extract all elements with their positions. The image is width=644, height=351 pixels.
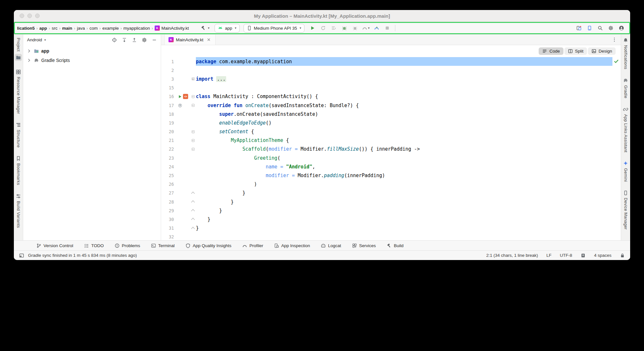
- tool-button-notifications[interactable]: Notifications: [623, 38, 628, 69]
- breadcrumb-item-java[interactable]: java: [77, 26, 85, 31]
- more-options-icon[interactable]: [612, 37, 617, 42]
- code-line-16[interactable]: 16<>class MainActivity : ComponentActivi…: [161, 92, 612, 101]
- tool-button-logcat[interactable]: Logcat: [321, 243, 341, 248]
- breadcrumb-item-src[interactable]: src: [52, 26, 57, 31]
- panel-settings-button[interactable]: [142, 37, 147, 43]
- run-config-select[interactable]: app ▾: [215, 24, 240, 33]
- code-line-29[interactable]: 29 }: [161, 206, 612, 215]
- breadcrumb-item-main[interactable]: main: [62, 26, 72, 31]
- code-line-15[interactable]: 15: [161, 84, 612, 92]
- fold-end-marker[interactable]: [191, 209, 195, 213]
- breadcrumb-item-example[interactable]: example: [102, 26, 119, 31]
- caret-position-widget[interactable]: 2:1 (34 chars, 1 line break): [486, 253, 538, 258]
- overrides-icon[interactable]: [178, 103, 182, 108]
- code-editor[interactable]: CodeSplitDesign 1package com.example.mya…: [161, 45, 621, 240]
- tool-window-layout-icon[interactable]: [19, 253, 24, 258]
- breadcrumb-item-mainactivity-kt[interactable]: MainActivity.kt: [161, 26, 189, 31]
- fold-start-marker[interactable]: [192, 148, 195, 151]
- code-line-17[interactable]: 17 override fun onCreate(savedInstanceSt…: [161, 101, 612, 110]
- collapse-all-button[interactable]: [132, 37, 137, 43]
- device-manager-button[interactable]: [585, 24, 594, 32]
- apply-code-changes-button[interactable]: [330, 24, 338, 32]
- tool-button-project[interactable]: Project: [15, 38, 22, 61]
- code-line-22[interactable]: 22 Scaffold(modifier = Modifier.fillMaxS…: [161, 145, 612, 154]
- tool-button-app-inspection[interactable]: App Inspection: [274, 243, 310, 248]
- fold-end-marker[interactable]: [191, 227, 195, 230]
- search-everywhere-button[interactable]: [596, 24, 604, 32]
- fold-end-marker[interactable]: [191, 192, 195, 195]
- fold-start-marker[interactable]: [192, 95, 195, 98]
- profile-avatar-button[interactable]: [617, 24, 626, 32]
- breadcrumb-item-lication5[interactable]: lication5: [17, 26, 35, 31]
- code-line-30[interactable]: 30 }: [161, 215, 612, 224]
- fold-start-marker[interactable]: [192, 104, 195, 107]
- code-line-25[interactable]: 25 modifier = Modifier.padding(innerPadd…: [161, 171, 612, 180]
- tool-button-build[interactable]: Build: [387, 243, 404, 248]
- tool-button-todo[interactable]: TODO: [84, 243, 104, 248]
- inspections-ok-icon[interactable]: [614, 59, 619, 64]
- code-line-18[interactable]: 18 super.onCreate(savedInstanceState): [161, 110, 612, 118]
- lock-icon[interactable]: [620, 253, 625, 258]
- stop-button[interactable]: [383, 24, 391, 32]
- tool-button-device-manager[interactable]: Device Manager: [623, 190, 628, 230]
- tool-button-profiler[interactable]: Profiler: [242, 243, 263, 248]
- fold-start-marker[interactable]: [192, 139, 195, 142]
- titlebar[interactable]: My Application – MainActivity.kt [My_App…: [14, 10, 630, 22]
- tool-button-gemini[interactable]: Gemini: [623, 161, 628, 182]
- tree-item-gradle-scripts[interactable]: Gradle Scripts: [23, 55, 161, 65]
- code-line-2[interactable]: 2: [161, 66, 612, 75]
- tool-button-app-links-assistant[interactable]: App Links Assistant: [623, 107, 628, 152]
- code-line-19[interactable]: 19 enableEdgeToEdge(): [161, 118, 612, 127]
- tool-button-gradle[interactable]: Gradle: [623, 78, 628, 98]
- view-mode-design[interactable]: Design: [588, 47, 616, 55]
- breadcrumb-item-com[interactable]: com: [90, 26, 98, 31]
- profiler-button[interactable]: ▾: [361, 24, 370, 32]
- code-line-1[interactable]: 1package com.example.myapplication: [161, 57, 612, 66]
- chevron-right-icon[interactable]: [26, 48, 32, 54]
- encoding-widget[interactable]: UTF-8: [560, 253, 572, 258]
- minimize-window-button[interactable]: [27, 14, 32, 18]
- code-line-21[interactable]: 21 MyApplicationTheme {: [161, 136, 612, 145]
- view-mode-code[interactable]: Code: [539, 47, 563, 55]
- code-line-28[interactable]: 28 }: [161, 197, 612, 206]
- tree-item-app[interactable]: app: [23, 46, 161, 55]
- attach-debugger-button[interactable]: [351, 24, 359, 32]
- tool-button-structure[interactable]: Structure: [16, 122, 21, 147]
- breadcrumb-item-myapplication[interactable]: myapplication: [123, 26, 150, 31]
- code-line-32[interactable]: 32: [161, 233, 612, 240]
- indent-widget[interactable]: 4 spaces: [594, 253, 611, 258]
- line-ending-widget[interactable]: LF: [546, 253, 552, 258]
- fold-start-marker[interactable]: [192, 130, 195, 133]
- fold-end-marker[interactable]: [191, 200, 195, 204]
- code-line-3[interactable]: 3import ...: [161, 75, 612, 83]
- tool-button-build-variants[interactable]: Build Variants: [16, 194, 21, 228]
- tool-button-version-control[interactable]: Version Control: [36, 243, 73, 248]
- code-line-20[interactable]: 20 setContent {: [161, 127, 612, 136]
- breadcrumb-item-app[interactable]: app: [39, 26, 47, 31]
- apply-changes-button[interactable]: [319, 24, 327, 32]
- debug-button[interactable]: [340, 24, 349, 32]
- zoom-window-button[interactable]: [35, 14, 40, 18]
- profile-low-overhead-button[interactable]: [372, 24, 381, 32]
- run-gutter-icon[interactable]: [178, 95, 182, 99]
- close-tab-icon[interactable]: [206, 37, 211, 42]
- view-mode-split[interactable]: Split: [564, 47, 587, 55]
- fold-start-marker[interactable]: [192, 77, 195, 80]
- tool-button-bookmarks[interactable]: Bookmarks: [16, 156, 21, 185]
- device-select[interactable]: Medium Phone API 35 ▾: [244, 24, 304, 33]
- close-window-button[interactable]: [20, 14, 24, 18]
- run-button[interactable]: [308, 24, 317, 32]
- tool-button-services[interactable]: Services: [352, 243, 376, 248]
- chevron-right-icon[interactable]: [26, 58, 32, 63]
- hide-panel-button[interactable]: [152, 37, 157, 43]
- tool-button-resource-manager[interactable]: Resource Manager: [16, 69, 21, 114]
- code-line-23[interactable]: 23 Greeting(: [161, 154, 612, 162]
- code-line-27[interactable]: 27 }: [161, 189, 612, 197]
- select-opened-file-button[interactable]: [112, 37, 117, 43]
- build-project-button[interactable]: ▾: [200, 25, 211, 31]
- tool-button-app-quality-insights[interactable]: App Quality Insights: [186, 243, 231, 248]
- fold-end-marker[interactable]: [191, 218, 195, 222]
- code-line-24[interactable]: 24 name = "Android",: [161, 162, 612, 171]
- code-line-26[interactable]: 26 ): [161, 180, 612, 189]
- tool-button-problems[interactable]: Problems: [115, 243, 140, 248]
